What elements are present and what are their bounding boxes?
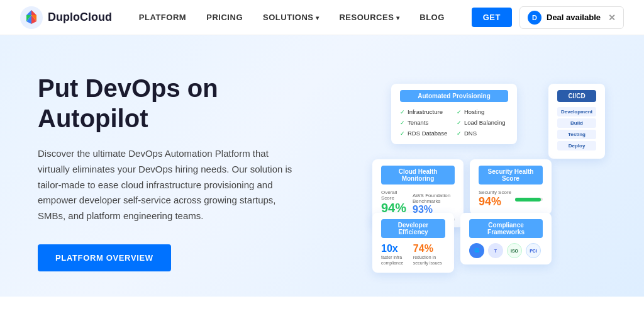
dashboard-mockup: Automated Provisioning ✓Infrastructure ✓…	[353, 77, 605, 254]
navbar: DuploCloud PLATFORM PRICING SOLUTIONS RE…	[0, 0, 644, 35]
nav-solutions[interactable]: SOLUTIONS	[263, 13, 319, 22]
security-title: Security Health Score	[479, 166, 543, 185]
deal-close-button[interactable]: ✕	[608, 13, 616, 23]
hero-visual: Automated Provisioning ✓Infrastructure ✓…	[327, 35, 644, 297]
nav-platform[interactable]: PLATFORM	[139, 13, 186, 22]
dev-efficiency-card: Developer Efficiency 10x faster infra co…	[372, 213, 454, 272]
nav-blog[interactable]: BLOG	[419, 13, 445, 22]
get-started-button[interactable]: GET	[472, 8, 512, 27]
cicd-card: CI/CD Development Build Testing Deploy	[548, 84, 605, 159]
hero-description: Discover the ultimate DevOps Automation …	[38, 146, 302, 224]
nav-resources[interactable]: RESOURCES	[339, 13, 399, 22]
deal-icon: D	[528, 11, 541, 25]
cloud-health-title: Cloud Health Monitoring	[381, 166, 455, 185]
hero-content: Put DevOps on Autopilot Discover the ult…	[0, 35, 327, 297]
logo-text: DuploCloud	[48, 11, 112, 24]
hero-title: Put DevOps on Autopilot	[38, 73, 302, 133]
deal-label: Deal available	[547, 13, 601, 22]
nav-pricing[interactable]: PRICING	[206, 13, 243, 22]
logo-link[interactable]: DuploCloud	[20, 6, 112, 29]
logo-icon	[20, 6, 43, 29]
deal-banner: D Deal available ✕	[519, 6, 624, 29]
platform-overview-button[interactable]: PLATFORM OVERVIEW	[38, 244, 171, 271]
nav-right: GET D Deal available ✕	[472, 6, 624, 29]
compliance-card: Compliance Frameworks 🌐 T ISO PCI	[460, 213, 552, 264]
hero-section: Put DevOps on Autopilot Discover the ult…	[0, 35, 644, 297]
auto-provisioning-card: Automated Provisioning ✓Infrastructure ✓…	[391, 84, 517, 144]
nav-links: PLATFORM PRICING SOLUTIONS RESOURCES BLO…	[139, 13, 445, 22]
compliance-title: Compliance Frameworks	[469, 219, 543, 238]
dev-efficiency-title: Developer Efficiency	[381, 219, 445, 238]
security-card: Security Health Score Security Score 94%	[470, 159, 552, 215]
cicd-title: CI/CD	[557, 90, 596, 102]
auto-prov-title: Automated Provisioning	[400, 90, 508, 102]
trusted-section: Trusted by thousands to fuel innovation,…	[0, 297, 644, 318]
